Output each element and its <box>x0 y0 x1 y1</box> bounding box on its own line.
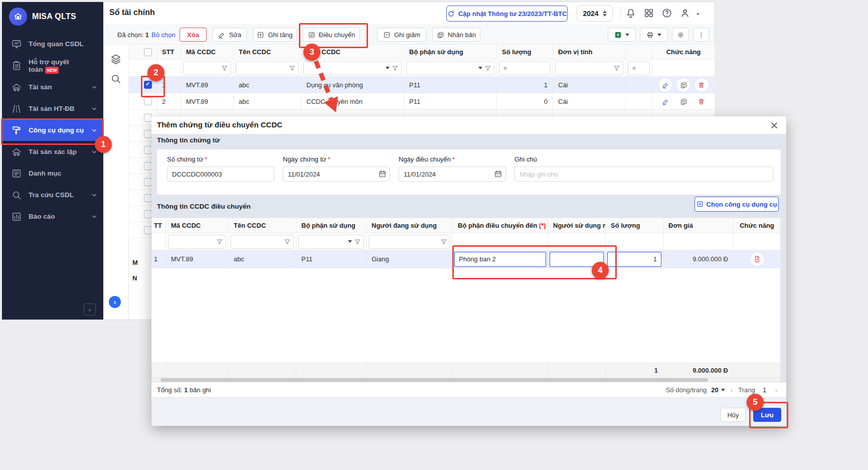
filter-input[interactable] <box>239 64 287 72</box>
brand-name: MISA QLTS <box>32 12 76 21</box>
transfer-button[interactable]: Điều chuyển <box>303 28 360 42</box>
filter-ten-ccdc[interactable] <box>236 61 299 75</box>
sidebar-item-tra-cuu[interactable]: Tra cứu CSDL <box>2 184 103 206</box>
save-button[interactable]: Lưu <box>753 408 781 422</box>
filter-input[interactable] <box>234 238 282 246</box>
increase-button[interactable]: Ghi tăng <box>253 28 297 42</box>
modal-table-row[interactable]: 1 MVT.89 abc P11 Giang 9.000.000 Đ <box>152 250 781 268</box>
filter-input[interactable] <box>301 238 346 246</box>
filter-input[interactable] <box>306 64 384 72</box>
quantity-field[interactable] <box>607 252 661 267</box>
note-field[interactable] <box>514 167 773 182</box>
notification-bell-icon[interactable] <box>625 8 636 19</box>
sidebar-item-tong-quan[interactable]: Tổng quan CSDL <box>2 33 103 55</box>
equals-operator[interactable]: = <box>631 65 637 72</box>
row-checkbox[interactable] <box>144 81 152 89</box>
caret-down-icon[interactable] <box>348 240 352 243</box>
filter-extra[interactable]: = <box>628 61 650 75</box>
row-delete-button[interactable] <box>695 95 708 108</box>
sidebar-item-ho-tro-quyet-toan[interactable]: Hỗ trợ quyết toánNEW <box>2 55 103 76</box>
destination-department-field[interactable] <box>454 252 546 267</box>
print-button[interactable] <box>640 28 668 42</box>
sidebar-item-tai-san-xac-lap[interactable]: Tài sản xác lập <box>2 141 103 163</box>
settings-button[interactable] <box>672 28 689 42</box>
deselect-link[interactable]: Bỏ chọn <box>151 31 176 39</box>
sidebar-item-tai-san[interactable]: Tài sản <box>2 76 103 98</box>
calendar-icon[interactable] <box>378 170 387 178</box>
close-icon[interactable] <box>769 120 779 130</box>
sidebar-item-cong-cu-dung-cu[interactable]: Công cụ dụng cụ <box>2 119 103 141</box>
filter-so-luong[interactable]: = <box>499 61 551 75</box>
equals-operator[interactable]: = <box>502 65 508 72</box>
update-circular-button[interactable]: Cập nhật Thông tư 23/2023/TT-BTC <box>446 6 568 22</box>
export-excel-button[interactable]: X <box>608 28 636 42</box>
spinner-icon[interactable] <box>603 11 607 17</box>
filter-input[interactable] <box>186 64 219 72</box>
document-date-field[interactable] <box>283 167 390 182</box>
layers-icon[interactable] <box>110 53 122 65</box>
scrollbar-thumb[interactable] <box>160 378 708 382</box>
sidebar-collapse-button[interactable]: ‹ <box>84 303 96 316</box>
user-menu-caret-icon[interactable] <box>695 10 701 16</box>
row-checkbox[interactable] <box>144 194 152 202</box>
row-checkbox[interactable] <box>144 162 152 170</box>
calendar-icon[interactable] <box>494 170 502 178</box>
row-edit-button[interactable] <box>659 95 672 108</box>
list-icon <box>11 168 22 179</box>
row-edit-button[interactable] <box>659 78 672 91</box>
user-icon[interactable] <box>679 8 690 19</box>
filter-ma-ccdc[interactable] <box>183 61 231 75</box>
filter-bo-phan[interactable] <box>406 61 494 75</box>
row-checkbox[interactable] <box>144 210 152 218</box>
funnel-icon <box>221 65 228 72</box>
row-remove-button[interactable] <box>751 253 764 266</box>
page-size-select[interactable]: 20 <box>711 386 725 394</box>
filter-input[interactable] <box>510 64 548 72</box>
new-user-field[interactable] <box>550 252 604 267</box>
apps-grid-icon[interactable] <box>643 8 654 19</box>
filter-input[interactable] <box>558 64 611 72</box>
year-selector[interactable]: 2024 <box>577 6 613 22</box>
cancel-button[interactable]: Hủy <box>721 408 746 422</box>
expand-panel-button[interactable]: › <box>109 296 121 308</box>
choose-tools-button[interactable]: Chọn công cụ dụng cụ <box>695 197 779 212</box>
row-checkbox[interactable] <box>144 97 152 105</box>
misa-logo-icon <box>9 8 27 26</box>
filter-input[interactable] <box>372 238 438 246</box>
filter-input[interactable] <box>171 238 214 246</box>
table-row[interactable]: 2 MVT.89 abc CCDC chuyên môn P11 0 Cái <box>129 93 715 110</box>
duplicate-button[interactable]: Nhân bản <box>432 28 480 42</box>
filter-nguoi-dang-su-dung[interactable] <box>369 235 450 249</box>
filter-loai-ccdc[interactable] <box>303 61 402 75</box>
select-all-checkbox[interactable] <box>144 48 152 56</box>
row-checkbox[interactable] <box>144 114 152 122</box>
row-copy-button[interactable] <box>677 78 690 91</box>
more-options-button[interactable] <box>693 28 709 42</box>
row-checkbox[interactable] <box>144 178 152 186</box>
caret-down-icon[interactable] <box>386 67 390 69</box>
row-checkbox[interactable] <box>144 226 152 234</box>
sidebar-item-danh-muc[interactable]: Danh mục <box>2 163 103 184</box>
delete-button[interactable]: Xóa <box>180 28 207 42</box>
help-icon[interactable] <box>661 8 672 19</box>
filter-ten-ccdc[interactable] <box>231 235 294 249</box>
filter-ma-ccdc[interactable] <box>168 235 226 249</box>
row-delete-button[interactable] <box>695 78 708 91</box>
sidebar-item-bao-cao[interactable]: Báo cáo <box>2 206 103 227</box>
prev-page-button[interactable]: ‹ <box>730 386 734 394</box>
filter-bo-phan[interactable] <box>298 235 364 249</box>
edit-button[interactable]: Sửa <box>213 28 247 42</box>
sidebar-item-tai-san-ht-db[interactable]: Tài sản HT-ĐB <box>2 98 103 119</box>
filter-don-vi[interactable] <box>555 61 623 75</box>
transfer-date-field[interactable] <box>399 167 506 182</box>
row-checkbox[interactable] <box>144 130 152 138</box>
row-copy-button[interactable] <box>677 95 690 108</box>
search-icon[interactable] <box>110 73 122 85</box>
table-row[interactable]: 1 MVT.89 abc Dụng cụ văn phòng P11 1 Cái <box>129 77 715 93</box>
next-page-button[interactable]: › <box>774 386 778 394</box>
document-number-field[interactable] <box>167 167 274 182</box>
decrease-button[interactable]: Ghi giảm <box>377 28 426 42</box>
caret-down-icon[interactable] <box>478 67 482 69</box>
filter-input[interactable] <box>409 64 476 72</box>
row-checkbox[interactable] <box>144 146 152 154</box>
